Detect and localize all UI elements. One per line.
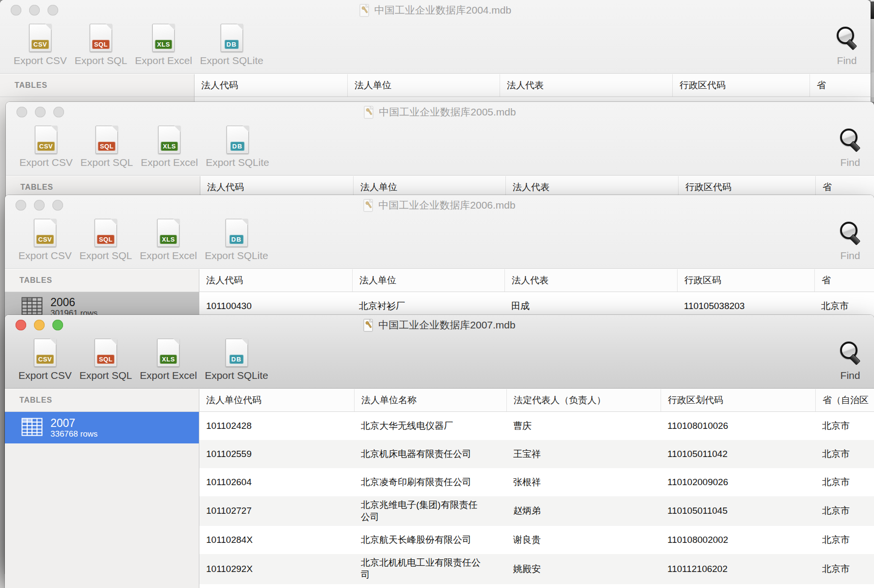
close-button[interactable] <box>16 107 27 117</box>
cell: 北京市 <box>815 468 874 496</box>
xls-file-icon: XLS <box>157 339 179 367</box>
cell: 北京兆维电子(集团)有限责任公司 <box>354 496 506 526</box>
zoom-button[interactable] <box>48 5 58 16</box>
table-grid-icon <box>21 418 43 438</box>
xls-file-icon: XLS <box>157 219 179 247</box>
traffic-lights <box>16 200 63 211</box>
table-row[interactable]: 101102559 北京机床电器有限责任公司 王宝祥 110105011042 … <box>199 440 874 468</box>
table-row[interactable]: 10110284X 北京航天长峰股份有限公司 谢良贵 110108002002 … <box>199 526 874 554</box>
export-sql-label: Export SQL <box>75 55 128 66</box>
find-button[interactable]: Find <box>839 217 861 261</box>
export-sql-button[interactable]: SQL Export SQL <box>75 22 128 66</box>
export-csv-label: Export CSV <box>19 157 73 168</box>
table-item-text: 2007 336768 rows <box>50 417 97 439</box>
table-row[interactable]: 10110292X 北京北机机电工业有限责任公司 姚殿安 11011210620… <box>199 554 874 584</box>
column-header[interactable]: 法人单位代码 <box>199 389 354 411</box>
table-row[interactable]: 101102604 北京凌奇印刷有限责任公司 张根祥 110102009026 … <box>199 468 874 496</box>
window-body: TABLES 2007 336768 rows 法人单位代码 法人单位名称 法定… <box>5 389 874 588</box>
export-csv-button[interactable]: CSV Export CSV <box>14 22 67 66</box>
column-header[interactable]: 法人代表 <box>504 269 677 292</box>
cell: 北京市 <box>815 496 874 526</box>
title-bar[interactable]: 中国工业企业数据库2004.mdb <box>0 0 871 20</box>
close-button[interactable] <box>16 320 26 330</box>
title-bar[interactable]: 中国工业企业数据库2007.mdb <box>5 315 874 335</box>
magnifier-icon <box>839 340 861 365</box>
toolbar: CSV Export CSV SQL Export SQL XLS Export… <box>5 215 874 261</box>
db-file-icon: DB <box>226 339 248 367</box>
export-excel-label: Export Excel <box>135 55 192 66</box>
column-header[interactable]: 法人单位名称 <box>354 389 506 411</box>
tables-sidebar-header: TABLES <box>5 389 199 412</box>
column-header[interactable]: 行政区划代码 <box>661 389 815 411</box>
export-excel-button[interactable]: XLS Export Excel <box>135 22 192 66</box>
csv-file-icon: CSV <box>34 219 56 247</box>
magnifier-icon <box>836 25 858 50</box>
table-row[interactable]: 101102727 北京兆维电子(集团)有限责任公司 赵炳弟 110105011… <box>199 496 874 526</box>
export-csv-button[interactable]: CSV Export CSV <box>18 337 72 381</box>
column-header[interactable]: 法人代码 <box>194 74 347 97</box>
column-header[interactable]: 省（自治区 <box>815 389 874 411</box>
export-sqlite-button[interactable]: DB Export SQLite <box>200 22 263 66</box>
traffic-lights <box>11 5 58 16</box>
magnifier-icon <box>839 127 861 152</box>
zoom-button[interactable] <box>52 200 63 211</box>
close-button[interactable] <box>16 200 26 211</box>
tables-sidebar-header: TABLES <box>5 269 199 292</box>
cell: 10110292X <box>199 554 354 584</box>
column-header[interactable]: 行政区代码 <box>672 74 809 97</box>
db-file-icon: DB <box>221 24 243 52</box>
find-button[interactable]: Find <box>836 22 858 66</box>
column-header[interactable]: 省 <box>809 74 871 97</box>
cell: 110108002002 <box>661 526 815 554</box>
zoom-button[interactable] <box>52 320 63 330</box>
csv-file-icon: CSV <box>34 339 56 367</box>
export-sql-button[interactable]: SQL Export SQL <box>80 217 132 261</box>
export-excel-button[interactable]: XLS Export Excel <box>141 124 198 168</box>
export-sqlite-button[interactable]: DB Export SQLite <box>206 124 269 168</box>
column-header[interactable]: 行政区码 <box>677 269 814 292</box>
column-header[interactable]: 法人单位 <box>352 269 504 292</box>
document-proxy-icon <box>363 319 374 332</box>
cell: 北京市 <box>815 412 874 440</box>
export-sql-button[interactable]: SQL Export SQL <box>80 337 132 381</box>
close-button[interactable] <box>11 5 21 16</box>
traffic-lights <box>16 320 63 330</box>
xls-file-icon: XLS <box>152 24 175 52</box>
cell: 北京北机机电工业有限责任公司 <box>354 554 506 584</box>
xls-file-icon: XLS <box>158 126 180 154</box>
find-button[interactable]: Find <box>839 124 861 168</box>
export-excel-button[interactable]: XLS Export Excel <box>140 217 197 261</box>
export-csv-button[interactable]: CSV Export CSV <box>18 217 72 261</box>
column-header[interactable]: 省 <box>814 269 874 292</box>
export-sqlite-button[interactable]: DB Export SQLite <box>205 217 268 261</box>
db-file-icon: DB <box>227 126 249 154</box>
minimize-button[interactable] <box>34 320 45 330</box>
title-bar[interactable]: 中国工业企业数据库2005.mdb <box>6 102 874 122</box>
column-header[interactable]: 法人代码 <box>199 269 352 292</box>
sql-file-icon: SQL <box>96 126 118 154</box>
find-button[interactable]: Find <box>839 337 861 381</box>
minimize-button[interactable] <box>35 107 46 117</box>
sidebar-table-item-2007[interactable]: 2007 336768 rows <box>5 412 199 443</box>
export-sql-button[interactable]: SQL Export SQL <box>81 124 133 168</box>
title-bar[interactable]: 中国工业企业数据库2006.mdb <box>5 195 874 215</box>
column-header[interactable]: 法定代表人（负责人） <box>506 389 661 411</box>
minimize-button[interactable] <box>34 200 45 211</box>
cell: 姚殿安 <box>506 554 661 584</box>
export-sqlite-button[interactable]: DB Export SQLite <box>205 337 268 381</box>
csv-file-icon: CSV <box>29 24 51 52</box>
table-row[interactable]: 101102428 北京大华无线电仪器厂 曹庆 110108010026 北京市 <box>199 412 874 440</box>
column-header[interactable]: 法人代表 <box>500 74 672 97</box>
table-header-row: 法人代码 法人单位 法人代表 行政区代码 省 <box>194 74 871 97</box>
zoom-button[interactable] <box>53 107 64 117</box>
column-header[interactable]: 法人单位 <box>347 74 500 97</box>
csv-file-icon: CSV <box>35 126 57 154</box>
minimize-button[interactable] <box>29 5 40 16</box>
cell: 王宝祥 <box>506 440 661 468</box>
cell: 110105011045 <box>661 496 815 526</box>
export-excel-label: Export Excel <box>140 370 197 381</box>
sql-file-icon: SQL <box>90 24 112 52</box>
export-csv-button[interactable]: CSV Export CSV <box>19 124 73 168</box>
cell: 101102727 <box>199 496 354 526</box>
export-excel-button[interactable]: XLS Export Excel <box>140 337 197 381</box>
